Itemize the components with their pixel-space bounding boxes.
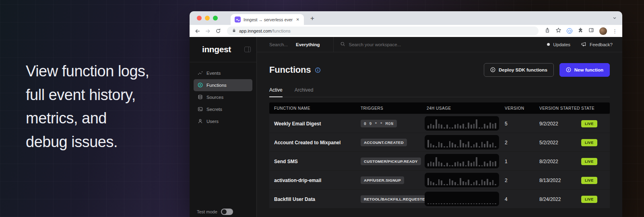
search-scope-label[interactable]: Search... (269, 42, 288, 47)
sidebar-collapse-icon[interactable] (244, 47, 251, 52)
usage-bar (438, 179, 440, 185)
sidebar-item-sources[interactable]: Sources (194, 91, 252, 103)
share-icon[interactable] (545, 27, 550, 35)
onepassword-extension-icon[interactable] (567, 28, 572, 34)
sidebar-item-events[interactable]: Events (194, 67, 252, 79)
usage-bar (441, 143, 442, 147)
hero-text: View function logs, full event history, … (26, 59, 149, 154)
tab-close-icon[interactable]: ✕ (295, 17, 300, 22)
url-domain: app.inngest.com (239, 29, 272, 33)
info-icon[interactable] (315, 67, 321, 73)
chevron-down-icon[interactable] (612, 15, 617, 22)
usage-bar (436, 146, 437, 147)
browser-toolbar-icons: ⋮ (545, 27, 617, 35)
usage-bar (495, 184, 496, 185)
marketing-canvas: View function logs, full event history, … (0, 0, 644, 217)
usage-bar (449, 165, 451, 166)
usage-bar (460, 140, 461, 147)
back-icon[interactable] (194, 28, 200, 34)
browser-menu-icon[interactable]: ⋮ (612, 28, 617, 34)
functions-table: FUNCTION NAME TRIGGERS 24H USAGE VERSION… (269, 102, 610, 208)
usage-bar (436, 184, 437, 185)
usage-sparkline-chart (425, 173, 499, 187)
version-started-date: 8/2/2022 (539, 159, 558, 164)
usage-bar (471, 184, 472, 185)
usage-bar (487, 141, 488, 147)
tab-active[interactable]: Active (269, 87, 283, 97)
usage-bar (460, 178, 461, 185)
usage-bar (473, 162, 475, 166)
usage-bar (489, 203, 491, 204)
usage-bar (495, 146, 496, 147)
usage-bar (481, 142, 483, 147)
search-scope-everything[interactable]: Everything (296, 42, 320, 47)
usage-bar (489, 123, 491, 129)
usage-bar (468, 180, 469, 185)
usage-bar (449, 127, 451, 129)
table-row[interactable]: Send SMS CUSTOMER/PICKUP.READY 1 8/2/202… (269, 152, 610, 170)
functions-icon (198, 82, 203, 88)
trigger-badge: RETOOL/BACKFILL.REQUESTED (361, 195, 431, 203)
new-tab-button[interactable]: + (310, 15, 314, 22)
usage-sparkline-chart (425, 116, 499, 131)
tab-archived[interactable]: Archived (295, 87, 314, 97)
usage-bar (438, 124, 440, 129)
side-panel-icon[interactable] (588, 27, 594, 35)
bookmark-star-icon[interactable] (555, 27, 561, 35)
refresh-icon[interactable] (215, 28, 221, 34)
minimize-window-button[interactable] (205, 16, 210, 20)
extensions-puzzle-icon[interactable] (578, 27, 583, 35)
usage-bar (465, 203, 467, 204)
usage-bar (471, 146, 472, 147)
table-row[interactable]: activation-drip-email APP/USER.SIGNUP 2 … (269, 171, 610, 189)
window-controls[interactable] (197, 16, 218, 20)
fullscreen-window-button[interactable] (213, 16, 218, 20)
browser-tab[interactable]: Inngest → serverless event-dri ✕ (231, 14, 304, 25)
usage-bar (460, 163, 461, 166)
inngest-logo: inngest (202, 45, 231, 54)
profile-avatar[interactable] (599, 27, 607, 35)
table-body: Weekly Email Digest 0 9 * * MON 5 9/2/20… (269, 114, 610, 208)
table-row[interactable]: Backfill User Data RETOOL/BACKFILL.REQUE… (269, 190, 610, 208)
sidebar-nav: Events Functions Sources (190, 62, 256, 127)
updates-button[interactable]: Updates (547, 42, 570, 47)
table-row[interactable]: Weekly Email Digest 0 9 * * MON 5 9/2/20… (269, 114, 610, 133)
test-mode-toggle[interactable] (221, 209, 233, 215)
version-started-date: 9/2/2022 (539, 121, 558, 127)
usage-bar (468, 123, 469, 129)
usage-bar (479, 146, 480, 147)
state-badge: LIVE (581, 120, 597, 127)
usage-bar (446, 163, 448, 166)
new-function-label: New function (574, 68, 603, 72)
sidebar: inngest Events Functions (190, 37, 257, 217)
usage-bar (495, 161, 496, 166)
usage-bar (492, 180, 494, 185)
sidebar-item-functions[interactable]: Functions (194, 79, 252, 91)
usage-bar (492, 124, 494, 129)
new-function-button[interactable]: New function (559, 63, 610, 77)
sidebar-item-users[interactable]: Users (194, 115, 252, 127)
deploy-sdk-functions-button[interactable]: Deploy SDK functions (484, 63, 554, 77)
version-value: 1 (505, 159, 508, 164)
close-window-button[interactable] (197, 16, 202, 20)
table-row[interactable]: Account Created to Mixpanel ACCOUNT.CREA… (269, 133, 610, 151)
usage-bar (436, 203, 437, 204)
usage-bar (457, 146, 459, 147)
forward-icon[interactable] (205, 28, 211, 34)
usage-bar (473, 182, 475, 185)
version-started-date: 8/13/2022 (539, 178, 561, 183)
usage-bar (492, 162, 494, 166)
usage-bar (444, 165, 445, 166)
url-field[interactable]: app.inngest.com/functions (227, 27, 539, 35)
usage-bar (481, 127, 483, 129)
version-value: 5 (505, 121, 508, 127)
usage-bar (468, 141, 469, 147)
sidebar-item-secrets[interactable]: Secrets (194, 103, 252, 115)
main-panel: Search... Everything Search your workspa… (257, 37, 622, 217)
feedback-button[interactable]: Feedback? (581, 41, 613, 48)
workspace-search-input[interactable]: Search your workspace... (340, 41, 547, 48)
usage-bar (444, 203, 445, 204)
function-name: Send SMS (274, 159, 298, 164)
url-text: app.inngest.com/functions (239, 29, 291, 33)
column-header-state: STATE (581, 106, 610, 111)
